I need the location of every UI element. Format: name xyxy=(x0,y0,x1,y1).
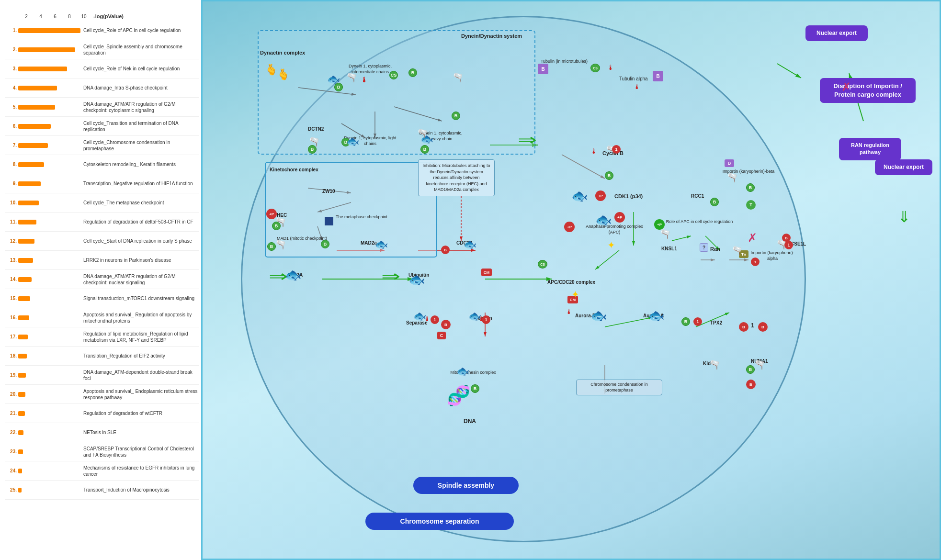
nuclear-export-1-box: Nuclear export xyxy=(805,25,868,41)
row-number: 22. xyxy=(5,430,18,435)
star-apc-cdc20: ✦ xyxy=(571,289,579,300)
bar xyxy=(18,28,80,33)
bar xyxy=(18,220,36,224)
badge-cs-2: CS xyxy=(590,64,600,72)
bar xyxy=(18,430,23,435)
row-text: DNA damage_ATM/ATR regulation of G2/M ch… xyxy=(80,273,199,286)
cdk1-label: CDK1 (p34) xyxy=(614,193,643,200)
row-text: NETosis in SLE xyxy=(80,429,199,436)
badge-p-cdk1: +P xyxy=(595,190,606,201)
protein-kid: 🫗 xyxy=(709,359,720,370)
badge-b-separase: B xyxy=(441,320,451,329)
protein-mad1: 🫗 xyxy=(275,239,286,250)
badge-b-mad1: B xyxy=(267,242,276,251)
tubulin-alpha-label: Tubulin alpha xyxy=(619,76,648,82)
row-number: 5. xyxy=(5,104,18,110)
list-item: 7.Cell cycle_Chromosome condensation in … xyxy=(5,136,199,155)
row-number: 23. xyxy=(5,449,18,454)
dna-helix: 🧬 xyxy=(447,384,471,407)
row-text: Cell cycle_Chromosome condensation in pr… xyxy=(80,139,199,152)
list-item: 11.Regulation of degradation of deltaF50… xyxy=(5,213,199,232)
tpx2-1-badge: 1 xyxy=(751,322,754,329)
bar xyxy=(18,392,25,397)
bar-container xyxy=(18,46,80,53)
bar-container xyxy=(18,391,80,398)
row-number: 17. xyxy=(5,334,18,339)
bar-container xyxy=(18,200,80,206)
kinetochore-label: Kinetochore complex xyxy=(270,167,318,173)
bar xyxy=(18,469,22,473)
dynactin-protein-1: 🫰 xyxy=(265,64,278,76)
thermo-tubulin: 🌡 xyxy=(607,64,614,71)
ran-regulation-box: RAN regulation pathway xyxy=(839,138,901,160)
list-item: 16.Apoptosis and survival_ Regulation of… xyxy=(5,308,199,327)
row-text: Cytoskeleton remodeling_ Keratin filamen… xyxy=(80,161,199,168)
bar-container xyxy=(18,27,80,34)
row-text: DNA damage_ATM-dependent double-strand b… xyxy=(80,369,199,381)
fish-dynein-light: 🐟 xyxy=(346,135,359,148)
badge-b-mad-connection: B xyxy=(321,240,329,248)
bar xyxy=(18,162,44,167)
bar-container xyxy=(18,238,80,245)
list-item: 14.DNA damage_ATM/ATR regulation of G2/M… xyxy=(5,270,199,289)
green-arrow-nuclear-export: ⇒ xyxy=(896,210,914,223)
bar-container xyxy=(18,410,80,417)
list-item: 22.NETosis in SLE xyxy=(5,423,199,442)
badge-b-numa1-2: B xyxy=(746,380,756,389)
bar-container xyxy=(18,372,80,379)
bar-container xyxy=(18,85,80,91)
row-text: Cell cycle_Role of Nek in cell cycle reg… xyxy=(80,66,199,72)
bar xyxy=(18,449,23,454)
badge-b-importin-b: B xyxy=(746,183,755,192)
protein-dynein-int-2: 🫗 xyxy=(453,72,463,83)
row-text: Cell cycle_Role of APC in cell cycle reg… xyxy=(80,27,199,34)
role-apc-label: Role of APC in cell cycle regulation xyxy=(665,219,734,225)
bar-container xyxy=(18,468,80,474)
row-number: 8. xyxy=(5,162,18,167)
list-item: 8.Cytoskeleton remodeling_ Keratin filam… xyxy=(5,155,199,174)
question-badge-ran: ? xyxy=(700,243,708,252)
bar-container xyxy=(18,314,80,321)
fish-cdc20: 🐟 xyxy=(464,238,476,251)
badge-b-rcc1: B xyxy=(710,198,719,206)
badge-b-aurora-a: B xyxy=(681,317,690,326)
list-item: 24.Mechanisms of resistance to EGFR inhi… xyxy=(5,461,199,481)
star-anaphase: ✦ xyxy=(607,239,615,251)
bar xyxy=(18,105,55,110)
bar-container xyxy=(18,487,80,493)
row-text: DNA damage_ATM/ATR regulation of G2/M ch… xyxy=(80,101,199,113)
row-text: Apoptosis and survival_ Regulation of ap… xyxy=(80,312,199,324)
nuclear-export-2-box: Nuclear export xyxy=(875,159,932,175)
bar-container xyxy=(18,66,80,72)
list-item: 4.DNA damage_Intra S-phase checkpoint xyxy=(5,78,199,98)
row-text: Cell cycle_Spindle assembly and chromoso… xyxy=(80,44,199,56)
dynein-dynactin-box xyxy=(258,30,535,155)
bar xyxy=(18,488,22,493)
row-text: Cell cycle_Transition and termination of… xyxy=(80,120,199,133)
protein-hec: 🫗 xyxy=(275,217,286,227)
list-item: 5.DNA damage_ATM/ATR regulation of G2/M … xyxy=(5,98,199,117)
bar xyxy=(18,201,39,205)
metaphase-label: The metaphase checkpoint xyxy=(336,214,387,220)
tpx2-label: TPX2 xyxy=(710,320,722,326)
row-number: 13. xyxy=(5,258,18,263)
list-item: 1.Cell cycle_Role of APC in cell cycle r… xyxy=(5,21,199,40)
bar xyxy=(18,258,33,263)
knsl1-label: KNSL1 xyxy=(661,246,677,252)
blue-square-metaphase xyxy=(325,217,333,225)
list-item: 3.Cell cycle_Role of Nek in cell cycle r… xyxy=(5,59,199,78)
row-number: 19. xyxy=(5,372,18,378)
tick-6: 6 xyxy=(48,14,62,19)
badge-b-importin-connection: B xyxy=(725,159,734,167)
tick-4: 4 xyxy=(34,14,48,19)
badge-cs-1: CS xyxy=(389,71,398,79)
right-panel[interactable]: Dynactin complex Dynein/Dynactin system … xyxy=(201,0,941,560)
kinetochore-box xyxy=(265,162,437,258)
row-text: Regulation of degradation of deltaF508-C… xyxy=(80,219,199,225)
inhibition-box: Inhibition: Microtubules attaching to th… xyxy=(418,159,495,196)
row-text: Apoptosis and survival_ Endoplasmic reti… xyxy=(80,388,199,401)
badge-1-separase: 1 xyxy=(431,315,439,324)
badge-b-big: B xyxy=(538,64,548,74)
row-text: Signal transduction_mTORC1 downstream si… xyxy=(80,295,199,302)
bar xyxy=(18,124,51,129)
